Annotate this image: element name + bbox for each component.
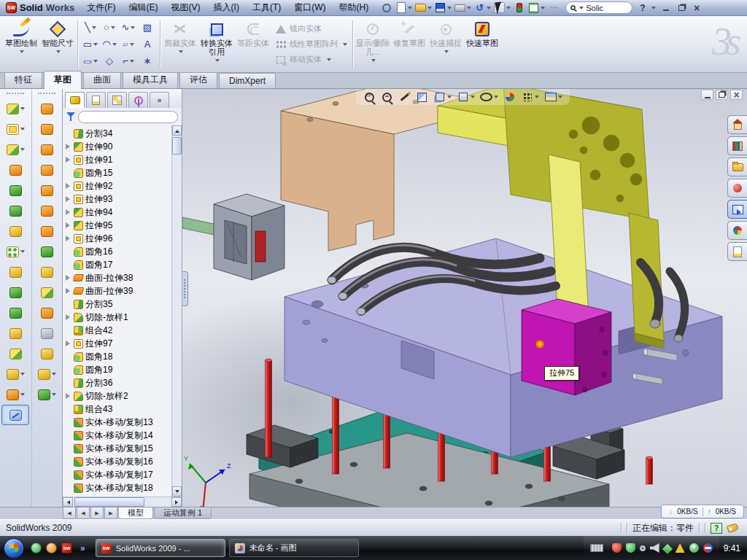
feature-move-copy16[interactable]: 实体-移动/复制16 [64,455,171,468]
spline-tool[interactable]: ∿ [119,19,138,36]
tree-horizontal-scrollbar[interactable] [63,497,182,507]
close-button[interactable] [691,3,703,13]
graphics-viewport[interactable]: Y Z X 拉伸75 [182,89,747,507]
dropdown-arrow-icon[interactable] [558,96,562,101]
shut-off-surface-tool[interactable] [33,323,61,343]
scale-tool[interactable] [33,201,61,221]
rapid-sketch-button[interactable]: 快速草图 [464,18,500,71]
network-speed-widget[interactable]: ↓ 0KB/S ↑ 0KB/S [661,505,744,518]
dropdown-arrow-icon[interactable] [215,59,220,64]
feature-combine43[interactable]: 组合43 [64,402,171,416]
dimxpert-tab[interactable] [128,92,148,108]
swept-boss-tool[interactable] [1,160,29,180]
expander-arrow-icon[interactable] [65,222,71,229]
minimize-button[interactable] [660,3,673,13]
draft-tool[interactable] [1,282,29,303]
search-input[interactable]: Solic [586,4,603,12]
tab-motion-study-1[interactable]: 运动算例 1 [154,508,212,519]
dropdown-arrow-icon[interactable] [111,26,115,31]
hide-show-items-button[interactable] [480,91,498,104]
zoom-area-button[interactable] [381,91,393,104]
expander-arrow-icon[interactable] [65,183,71,190]
section-view-button[interactable] [416,91,428,104]
point-tool[interactable]: ∗ [138,52,157,69]
expander-arrow-icon[interactable] [65,393,71,400]
doc-minimize-button[interactable] [701,90,713,100]
expander-arrow-icon[interactable] [65,209,71,216]
linear-pattern-tool[interactable] [1,241,29,262]
curve-tool[interactable] [1,384,29,405]
tab-features[interactable]: 特征 [4,71,42,88]
sketch-button[interactable]: 草图绘制 [3,18,39,71]
smart-dimension-button[interactable]: 智能尺寸 [39,18,76,71]
dropdown-arrow-icon[interactable] [179,50,183,55]
expander-arrow-icon[interactable] [65,341,71,347]
toolbar-grip[interactable] [7,93,24,96]
tab-evaluate[interactable]: 评估 [179,71,217,88]
menu-insert[interactable]: 插入(I) [207,0,246,16]
prev-tab-button[interactable]: ◀ [77,508,90,519]
quick-tips-button[interactable]: ? [711,523,722,534]
scroll-right-button[interactable] [171,497,182,507]
dropdown-arrow-icon[interactable] [93,60,98,65]
dropdown-arrow-icon[interactable] [427,7,432,12]
feature-fillet15[interactable]: 圆角15 [64,166,171,179]
feature-loft-cut1[interactable]: 切除-放样1 [64,311,171,324]
insert-mold-folder-tool[interactable] [33,221,61,241]
dropdown-arrow-icon[interactable] [20,148,25,153]
options-button[interactable] [527,1,546,15]
tag-icon[interactable] [727,523,739,533]
feature-extrude96[interactable]: 拉伸96 [64,232,171,245]
menu-view[interactable]: 视图(V) [165,0,207,16]
antivirus-green-shield-icon[interactable] [626,543,635,553]
tab-model[interactable]: 模型 [118,508,153,519]
rectangle-tool[interactable]: ▭ [81,36,100,52]
quicklaunch-solidworks[interactable] [61,542,72,553]
zoom-fit-button[interactable] [363,91,376,104]
polygon-tool[interactable]: ◇ [100,52,119,69]
dropdown-arrow-icon[interactable] [327,58,331,63]
feature-extrude91[interactable]: 拉伸91 [64,153,171,166]
quick-snaps-button[interactable]: 快速捕捉 [427,18,464,71]
dropdown-arrow-icon[interactable] [56,50,61,55]
dropdown-arrow-icon[interactable] [130,60,134,65]
expander-arrow-icon[interactable] [65,157,71,163]
panel-overflow-tab[interactable]: » [150,92,169,108]
feature-move-copy15[interactable]: 实体-移动/复制15 [64,442,171,455]
expander-arrow-icon[interactable] [65,288,71,295]
filter-funnel-icon[interactable] [66,112,75,122]
taskpane-home-tab[interactable] [727,115,747,134]
save-button[interactable] [433,1,453,15]
scroll-up-button[interactable] [172,125,182,136]
security-red-shield-icon[interactable] [612,543,622,553]
extruded-boss-tool[interactable] [1,98,29,119]
dropdown-arrow-icon[interactable] [541,7,545,12]
feature-split36[interactable]: 分割36 [64,376,171,389]
dropdown-arrow-icon[interactable] [467,7,471,12]
planar-surface-tool[interactable] [33,241,61,262]
undo-button[interactable] [473,1,492,15]
taskpane-custom-properties-tab[interactable] [727,242,747,261]
feature-combine42[interactable]: 组合42 [64,324,171,337]
elbow-tool[interactable] [33,303,61,323]
feature-move-copy14[interactable]: 实体-移动/复制14 [64,429,171,442]
line-tool[interactable]: ╲ [81,19,100,36]
dropdown-arrow-icon[interactable] [20,250,25,255]
dropdown-arrow-icon[interactable] [343,43,347,48]
move-entities-button[interactable]: 移动实体 [273,52,349,66]
linear-sketch-pattern-button[interactable]: 线性草图阵列 [273,37,349,51]
expander-arrow-icon[interactable] [65,196,71,203]
start-button[interactable] [4,538,24,559]
feature-split34[interactable]: 分割34 [64,127,171,140]
quicklaunch-launcher[interactable] [46,542,57,553]
apply-scene-button[interactable] [544,91,562,104]
scroll-thumb[interactable] [172,137,182,155]
dropdown-arrow-icon[interactable] [447,96,452,101]
circle-tool[interactable]: ○ [100,19,119,36]
dropdown-arrow-icon[interactable] [447,7,452,12]
select-button[interactable] [492,1,512,15]
view-orientation-button[interactable] [433,91,452,104]
feature-split35[interactable]: 分割35 [64,298,171,311]
menu-tools[interactable]: 工具(T) [246,0,287,16]
dropdown-arrow-icon[interactable] [494,96,498,101]
